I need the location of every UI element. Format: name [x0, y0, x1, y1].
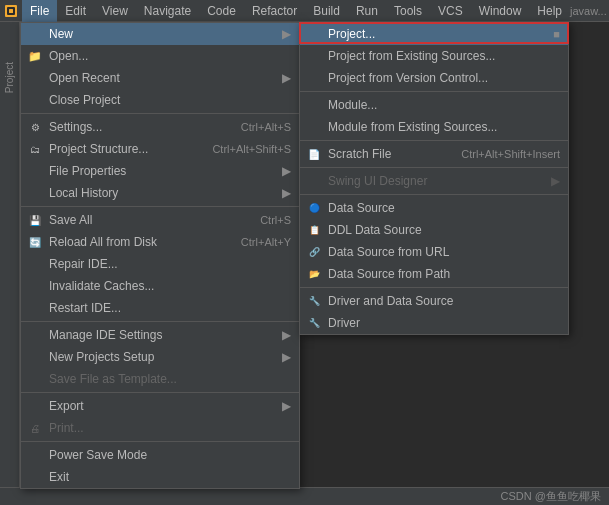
menu-item-power-save[interactable]: Power Save Mode [21, 444, 299, 466]
save-icon: 💾 [27, 212, 43, 228]
arrow-icon: ▶ [282, 350, 291, 364]
arrow-icon: ▶ [282, 71, 291, 85]
arrow-icon: ▶ [282, 27, 291, 41]
menu-file[interactable]: File [22, 0, 57, 22]
project-structure-icon: 🗂 [27, 141, 43, 157]
submenu-item-module-existing[interactable]: Module from Existing Sources... [300, 116, 568, 138]
exit-icon [27, 469, 43, 485]
menu-item-print[interactable]: 🖨 Print... [21, 417, 299, 439]
submenu-item-data-source-path[interactable]: 📂 Data Source from Path [300, 263, 568, 285]
module-icon [306, 97, 322, 113]
svg-rect-2 [9, 9, 13, 13]
menu-item-settings[interactable]: ⚙ Settings... Ctrl+Alt+S [21, 116, 299, 138]
menu-item-repair-ide[interactable]: Repair IDE... [21, 253, 299, 275]
reload-icon: 🔄 [27, 234, 43, 250]
path-icon: 📂 [306, 266, 322, 282]
invalidate-icon [27, 278, 43, 294]
separator-4 [21, 392, 299, 393]
sidebar-label[interactable]: Project [4, 62, 15, 93]
export-icon [27, 398, 43, 414]
separator-5 [21, 441, 299, 442]
arrow-icon: ▶ [282, 328, 291, 342]
menu-refactor[interactable]: Refactor [244, 0, 305, 22]
submenu-item-project-vcs[interactable]: Project from Version Control... [300, 67, 568, 89]
menu-build[interactable]: Build [305, 0, 348, 22]
menu-item-close-project[interactable]: Close Project [21, 89, 299, 111]
new-separator-5 [300, 287, 568, 288]
submenu-item-ddl-data-source[interactable]: 📋 DDL Data Source [300, 219, 568, 241]
menu-item-new[interactable]: New ▶ [21, 23, 299, 45]
project-vcs-icon [306, 70, 322, 86]
new-separator-3 [300, 167, 568, 168]
sidebar-strip: Project [0, 22, 20, 505]
submenu-item-project-existing[interactable]: Project from Existing Sources... [300, 45, 568, 67]
menu-item-invalidate-caches[interactable]: Invalidate Caches... [21, 275, 299, 297]
repair-icon [27, 256, 43, 272]
menu-item-local-history[interactable]: Local History ▶ [21, 182, 299, 204]
menu-item-exit[interactable]: Exit [21, 466, 299, 488]
menu-item-open[interactable]: 📁 Open... [21, 45, 299, 67]
arrow-icon: ▶ [282, 186, 291, 200]
submenu-item-project[interactable]: Project... ■ [300, 23, 568, 45]
submenu-item-data-source-url[interactable]: 🔗 Data Source from URL [300, 241, 568, 263]
module-existing-icon [306, 119, 322, 135]
arrow-icon: ▶ [282, 164, 291, 178]
menu-item-project-structure[interactable]: 🗂 Project Structure... Ctrl+Alt+Shift+S [21, 138, 299, 160]
scratch-icon: 📄 [306, 146, 322, 162]
project-shortcut: ■ [553, 28, 560, 40]
save-all-shortcut: Ctrl+S [260, 214, 291, 226]
driver-ds-icon: 🔧 [306, 293, 322, 309]
submenu-item-swing[interactable]: Swing UI Designer ▶ [300, 170, 568, 192]
file-menu-dropdown: New ▶ 📁 Open... Open Recent ▶ Close Proj… [20, 22, 300, 489]
reload-shortcut: Ctrl+Alt+Y [241, 236, 291, 248]
separator-3 [21, 321, 299, 322]
menu-item-export[interactable]: Export ▶ [21, 395, 299, 417]
menu-edit[interactable]: Edit [57, 0, 94, 22]
history-icon [27, 185, 43, 201]
main-content: Project New ▶ 📁 Open... Open Recent ▶ Cl… [0, 22, 609, 505]
submenu-item-scratch[interactable]: 📄 Scratch File Ctrl+Alt+Shift+Insert [300, 143, 568, 165]
menu-code[interactable]: Code [199, 0, 244, 22]
settings-icon: ⚙ [27, 119, 43, 135]
app-logo [4, 3, 18, 19]
menu-vcs[interactable]: VCS [430, 0, 471, 22]
menu-item-open-recent[interactable]: Open Recent ▶ [21, 67, 299, 89]
new-submenu: Project... ■ Project from Existing Sourc… [299, 22, 569, 335]
project-existing-icon [306, 48, 322, 64]
menu-item-manage-ide[interactable]: Manage IDE Settings ▶ [21, 324, 299, 346]
menu-item-restart-ide[interactable]: Restart IDE... [21, 297, 299, 319]
submenu-item-module[interactable]: Module... [300, 94, 568, 116]
swing-icon [306, 173, 322, 189]
menu-item-new-projects-setup[interactable]: New Projects Setup ▶ [21, 346, 299, 368]
menu-help[interactable]: Help [529, 0, 570, 22]
restart-icon [27, 300, 43, 316]
menu-view[interactable]: View [94, 0, 136, 22]
java-label: javaw... [570, 5, 609, 17]
file-props-icon [27, 163, 43, 179]
submenu-item-driver[interactable]: 🔧 Driver [300, 312, 568, 334]
close-project-icon [27, 92, 43, 108]
manage-ide-icon [27, 327, 43, 343]
bottom-bar: CSDN @鱼鱼吃椰果 [0, 487, 609, 505]
submenu-item-data-source[interactable]: 🔵 Data Source [300, 197, 568, 219]
menu-item-reload[interactable]: 🔄 Reload All from Disk Ctrl+Alt+Y [21, 231, 299, 253]
recent-icon [27, 70, 43, 86]
menu-item-file-properties[interactable]: File Properties ▶ [21, 160, 299, 182]
separator-2 [21, 206, 299, 207]
menu-item-save-template[interactable]: Save File as Template... [21, 368, 299, 390]
menu-navigate[interactable]: Navigate [136, 0, 199, 22]
new-icon [27, 26, 43, 42]
submenu-item-driver-data-source[interactable]: 🔧 Driver and Data Source [300, 290, 568, 312]
new-separator-2 [300, 140, 568, 141]
scratch-shortcut: Ctrl+Alt+Shift+Insert [461, 148, 560, 160]
save-template-icon [27, 371, 43, 387]
settings-shortcut: Ctrl+Alt+S [241, 121, 291, 133]
menu-run[interactable]: Run [348, 0, 386, 22]
menu-item-save-all[interactable]: 💾 Save All Ctrl+S [21, 209, 299, 231]
watermark-text: CSDN @鱼鱼吃椰果 [501, 489, 601, 504]
folder-icon: 📁 [27, 48, 43, 64]
separator-1 [21, 113, 299, 114]
menu-window[interactable]: Window [471, 0, 530, 22]
print-icon: 🖨 [27, 420, 43, 436]
menu-tools[interactable]: Tools [386, 0, 430, 22]
